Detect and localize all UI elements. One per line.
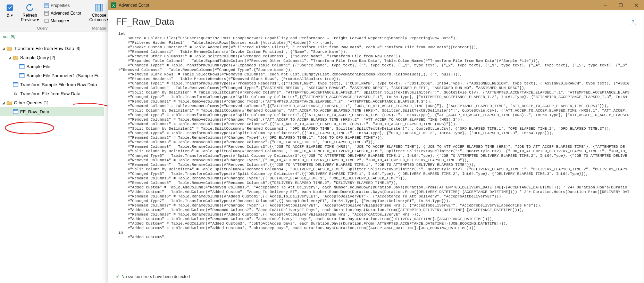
properties-icon bbox=[44, 3, 49, 8]
svg-rect-7 bbox=[95, 4, 102, 11]
svg-rect-3 bbox=[45, 6, 48, 6]
adv-editor-label: Advanced Editor bbox=[51, 11, 81, 16]
queries-pane: ◢Transform File from Raw Data [3]◢Sample… bbox=[0, 43, 104, 283]
queries-count-label: ries [5] bbox=[3, 34, 15, 39]
check-icon: ✔ bbox=[116, 274, 119, 279]
queries-pane-header: ries [5] bbox=[0, 32, 104, 43]
advanced-editor-header: FF_Raw_Data ? bbox=[108, 10, 644, 30]
fx-icon: fx bbox=[12, 90, 19, 97]
query-item[interactable]: fxTransform File from Raw Data bbox=[0, 89, 104, 98]
svg-rect-21 bbox=[604, 5, 607, 6]
ribbon-group-manage-label: Manage bbox=[92, 26, 106, 31]
query-item-label: Transform File from Raw Data [3] bbox=[14, 46, 81, 51]
svg-rect-0 bbox=[7, 5, 13, 11]
close-button[interactable] bbox=[628, 0, 644, 10]
svg-rect-17 bbox=[13, 110, 18, 111]
query-item[interactable]: Transform Sample File from Raw Data bbox=[0, 80, 104, 89]
query-item[interactable]: ◢Transform File from Raw Data [3] bbox=[0, 44, 104, 53]
svg-rect-15 bbox=[13, 82, 18, 83]
excel-icon: X bbox=[110, 2, 117, 8]
query-item-label: Sample File bbox=[26, 64, 50, 69]
choose-columns-icon bbox=[93, 2, 104, 13]
minimize-icon bbox=[604, 3, 607, 7]
minimize-button[interactable] bbox=[598, 0, 613, 10]
caret-icon[interactable]: ◢ bbox=[2, 101, 6, 105]
advanced-editor-window: X Advanced Editor FF_Raw_Data ? let Sour… bbox=[108, 0, 644, 283]
svg-rect-6 bbox=[45, 19, 48, 23]
ribbon-group-query-label: Query bbox=[37, 26, 48, 31]
folder-icon bbox=[6, 45, 12, 51]
table-icon bbox=[19, 72, 25, 79]
svg-rect-8 bbox=[98, 4, 98, 11]
caret-icon[interactable]: ◢ bbox=[8, 56, 12, 59]
svg-rect-13 bbox=[19, 73, 24, 74]
manage-icon bbox=[44, 18, 49, 24]
choose-columns-button[interactable]: Choose Columns ▾ bbox=[87, 1, 111, 23]
close-apply-icon bbox=[4, 2, 15, 13]
query-item[interactable]: FF_Raw_Data bbox=[0, 107, 104, 116]
query-item[interactable]: Sample File Parameter1 (Sample Fi... bbox=[0, 71, 104, 80]
svg-rect-11 bbox=[19, 64, 24, 65]
code-content[interactable]: let Source = Folder.Files("C:\Users\quen… bbox=[116, 30, 636, 241]
close-apply-label: & ▾ bbox=[7, 13, 12, 18]
svg-text:X: X bbox=[112, 3, 115, 7]
manage-label: Manage ▾ bbox=[51, 18, 69, 23]
advanced-editor-titlebar[interactable]: X Advanced Editor bbox=[108, 0, 644, 10]
advanced-editor-title: Advanced Editor bbox=[119, 3, 598, 8]
query-item-label: FF_Raw_Data bbox=[20, 109, 49, 114]
query-item-label: Other Queries [1] bbox=[14, 100, 49, 105]
table-icon bbox=[19, 63, 25, 70]
properties-label: Properties bbox=[51, 3, 70, 8]
table-icon bbox=[12, 81, 19, 88]
syntax-status-bar: ✔ No syntax errors have been detected bbox=[108, 273, 644, 283]
refresh-label: Refresh Preview ▾ bbox=[21, 13, 39, 22]
query-item-label: Sample File Parameter1 (Sample Fi... bbox=[26, 73, 102, 78]
svg-rect-9 bbox=[100, 4, 101, 11]
folder-icon bbox=[12, 54, 19, 60]
svg-rect-5 bbox=[45, 12, 48, 13]
help-button[interactable]: ? bbox=[630, 19, 636, 25]
query-item[interactable]: ◢Other Queries [1] bbox=[0, 98, 104, 107]
folder-icon bbox=[6, 99, 12, 106]
query-item-label: Transform Sample File from Raw Data bbox=[20, 82, 97, 87]
manage-button[interactable]: Manage ▾ bbox=[42, 17, 83, 24]
query-item[interactable]: Sample File bbox=[0, 62, 104, 71]
adv-editor-button[interactable]: Advanced Editor bbox=[42, 10, 83, 17]
close-icon bbox=[634, 3, 638, 7]
choose-columns-label: Choose Columns ▾ bbox=[89, 13, 109, 22]
caret-icon[interactable]: ◢ bbox=[2, 47, 6, 50]
syntax-status-text: No syntax errors have been detected bbox=[122, 274, 190, 279]
table-icon bbox=[12, 108, 19, 115]
queries-tree: ◢Transform File from Raw Data [3]◢Sample… bbox=[0, 43, 104, 116]
query-item-label: Sample Query [2] bbox=[20, 55, 55, 60]
adv-editor-icon bbox=[44, 10, 49, 16]
refresh-icon bbox=[24, 2, 35, 13]
query-item-label: Transform File from Raw Data bbox=[20, 91, 81, 96]
svg-rect-4 bbox=[44, 11, 49, 15]
advanced-editor-heading: FF_Raw_Data bbox=[116, 16, 174, 27]
refresh-preview-button[interactable]: Refresh Preview ▾ bbox=[19, 1, 41, 23]
maximize-button[interactable] bbox=[613, 0, 628, 10]
maximize-icon bbox=[619, 3, 622, 7]
code-editor[interactable]: let Source = Folder.Files("C:\Users\quen… bbox=[116, 30, 636, 270]
svg-rect-2 bbox=[45, 5, 48, 5]
properties-button[interactable]: Properties bbox=[42, 2, 83, 9]
close-apply-button[interactable]: & ▾ bbox=[2, 1, 17, 18]
ribbon-group-query: & ▾ Refresh Preview ▾ Properties bbox=[0, 1, 85, 32]
svg-rect-22 bbox=[619, 4, 622, 7]
query-item[interactable]: ◢Sample Query [2] bbox=[0, 53, 104, 62]
